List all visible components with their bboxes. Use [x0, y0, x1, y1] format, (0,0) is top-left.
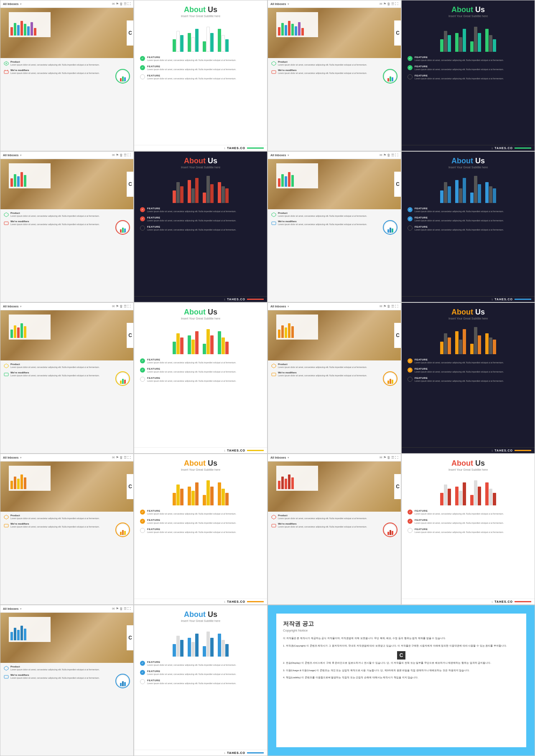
- svg-marker-14: [272, 364, 276, 368]
- svg-rect-19: [272, 524, 276, 527]
- svg-marker-20: [4, 666, 8, 670]
- email-header-3: All Inboxes ▾ ✉ ⚑ 🗑 ☰ ⛶: [0, 152, 133, 159]
- email-header-1: All Inboxes ▾ ✉ ⚑ 🗑 ☰ ⛶: [0, 0, 133, 8]
- photo-chart-1: [9, 12, 51, 37]
- slide-features-2: ✓ FEATURE Lorem ipsum dolor sit amet, co…: [402, 53, 535, 145]
- svg-marker-6: [272, 61, 276, 66]
- slide-3: About Us Insert Your Great Subtitle here: [134, 151, 268, 302]
- slide-chart-1: [134, 20, 267, 53]
- app-name-2: All Inboxes: [270, 3, 286, 5]
- app-name-1: All Inboxes: [3, 3, 18, 5]
- copyright-panel: 저작권 공고 Copyright Notice 이 저작물은 본 제작사가 제공…: [268, 605, 535, 756]
- email-panel-4: All Inboxes ▾ ✉ ⚑ 🗑 ☰ ⛶ C: [268, 151, 401, 302]
- slide-header-1: About Us Insert Your Great Subtitle here: [134, 0, 267, 20]
- email-header-2: All Inboxes ▾ ✉ ⚑ 🗑 ☰ ⛶: [268, 0, 401, 8]
- slide-footer-1: 1 TAHES.CO: [134, 145, 267, 151]
- slide-9: About Us Insert Your Great Subtitle here: [134, 605, 268, 756]
- main-grid: All Inboxes ▾ ✉ ⚑ 🗑 ☰ ⛶ C: [0, 0, 535, 756]
- email-content-1: Product Lorem ipsum dolor sit amet, cons…: [0, 58, 133, 151]
- feature-item-1-1: ✓ FEATURE Lorem ipsum dolor sit amet, co…: [140, 56, 261, 62]
- feature-check-1-2: ✓: [140, 65, 145, 70]
- feature-item-1-3: FEATURE Lorem ipsum dolor sit amet, cons…: [140, 74, 261, 80]
- email-item-product-1: Product Lorem ipsum dolor sit amet, cons…: [4, 61, 130, 66]
- slide-7: About Us Insert Your Great Subtitle here: [134, 454, 268, 605]
- svg-marker-10: [272, 213, 276, 217]
- email-panel-9: All Inboxes ▾ ✉ ⚑ 🗑 ☰ ⛶ C: [0, 605, 134, 756]
- slide-2: About Us Insert Your Great Subtitle here: [401, 0, 535, 151]
- email-panel-8: All Inboxes ▾ ✉ ⚑ 🗑 ☰ ⛶ C: [268, 454, 401, 605]
- svg-rect-13: [4, 373, 8, 376]
- c-badge-2: C: [394, 20, 401, 46]
- svg-rect-15: [272, 373, 276, 376]
- feature-check-1-1: ✓: [140, 56, 145, 61]
- slide-title-1: About Us: [138, 5, 264, 14]
- copyright-section-2: 2. 전송(Display) 이 콘텐츠 서비스에서 구매 후 온라인으로 업로…: [283, 661, 520, 665]
- modifiers-icon-1: [4, 69, 9, 74]
- email-panel-2: All Inboxes ▾ ✉ ⚑ 🗑 ☰ ⛶ C: [268, 0, 401, 151]
- circle-chart-1: [115, 69, 130, 84]
- slide-5: About Us Insert Your Great Subtitle here: [134, 302, 268, 454]
- copyright-section-1: 1. 저작권(Copyright) 이 콘텐츠 제작사가 그 원저작자이며, 국…: [283, 644, 520, 648]
- product-icon-2: [271, 61, 276, 66]
- modifiers-icon-2: [271, 69, 276, 74]
- slide-footer-2: 1 TAHES.CO: [402, 145, 535, 151]
- svg-marker-0: [4, 61, 8, 66]
- svg-marker-18: [272, 515, 276, 519]
- email-panel-5: All Inboxes ▾ ✉ ⚑ 🗑 ☰ ⛶ C: [0, 302, 134, 454]
- slide-subtitle-1: Insert Your Great Subtitle here: [138, 15, 264, 18]
- svg-rect-17: [4, 524, 8, 527]
- email-content-2: Product Lorem ipsum dolor sit amet, cons…: [268, 58, 401, 151]
- copyright-section-3: 3. 이용(Usage & 이용(Usage) 이 콘텐츠는 개인 또는 상업적…: [283, 669, 520, 673]
- svg-rect-11: [272, 222, 276, 225]
- email-icons-1: ✉ ⚑ 🗑 ☰ ⛶: [112, 2, 131, 6]
- slide-8: About Us Insert Your Great Subtitle here: [401, 454, 535, 605]
- email-panel-1: All Inboxes ▾ ✉ ⚑ 🗑 ☰ ⛶ C: [0, 0, 134, 151]
- slide-4: About Us Insert Your Great Subtitle here: [401, 151, 535, 302]
- feature-item-1-2: ✓ FEATURE Lorem ipsum dolor sit amet, co…: [140, 65, 261, 71]
- slide-features-1: ✓ FEATURE Lorem ipsum dolor sit amet, co…: [134, 53, 267, 145]
- feature-check-1-3: [140, 74, 145, 79]
- circle-chart-2: [383, 69, 397, 84]
- c-badge-1: C: [127, 20, 133, 46]
- svg-marker-12: [4, 364, 8, 368]
- copyright-content: 저작권 공고 Copyright Notice 이 저작물은 본 제작사가 제공…: [276, 614, 526, 747]
- slide-1: About Us Insert Your Great Subtitle here: [134, 0, 268, 151]
- copyright-section-4: 4. 책임(Liability) 이 콘텐츠를 이용함으로써 발생하는 직접적 …: [283, 676, 520, 680]
- email-photo-1: C: [0, 8, 133, 58]
- svg-marker-16: [4, 515, 8, 519]
- svg-rect-3: [4, 71, 8, 74]
- slide-header-2: About Us Insert Your Great Subtitle here: [402, 0, 535, 20]
- email-panel-3: All Inboxes ▾ ✉ ⚑ 🗑 ☰ ⛶ C: [0, 151, 134, 302]
- svg-marker-8: [4, 213, 8, 217]
- email-photo-2: C: [268, 8, 401, 58]
- svg-rect-9: [4, 222, 8, 225]
- c-logo-badge: C: [397, 651, 405, 660]
- email-item-modifiers-1: We're modifiers Lorem ipsum dolor sit am…: [4, 69, 130, 84]
- product-icon-1: [4, 61, 9, 66]
- email-panel-7: All Inboxes ▾ ✉ ⚑ 🗑 ☰ ⛶ C: [0, 454, 134, 605]
- slide-6: About Us Insert Your Great Subtitle here: [401, 302, 535, 454]
- email-panel-6: All Inboxes ▾ ✉ ⚑ 🗑 ☰ ⛶ C: [268, 302, 401, 454]
- svg-rect-21: [4, 675, 8, 678]
- slide-chart-2: [402, 20, 535, 53]
- svg-rect-7: [272, 71, 276, 74]
